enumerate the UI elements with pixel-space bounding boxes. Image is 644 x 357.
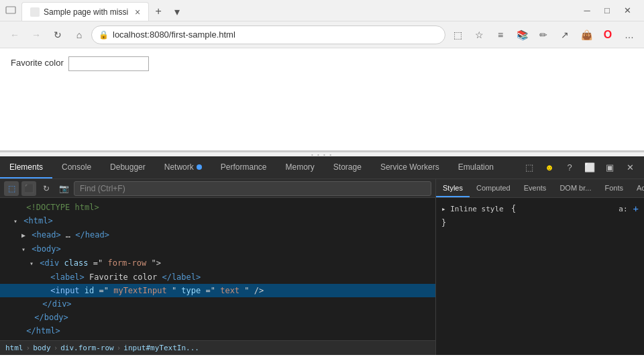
tab-favicon-icon bbox=[30, 7, 40, 17]
dom-line-div[interactable]: ▾ <div class =" form-row "> bbox=[0, 256, 435, 270]
styles-tabs-bar: Styles Computed Events DOM br... Fonts A… bbox=[436, 179, 644, 198]
window-icon bbox=[5, 5, 16, 16]
minimize-button[interactable]: ─ bbox=[578, 2, 596, 19]
devtools-toolbar-right: ⬚ ☻ ? ⬜ ▣ ✕ bbox=[515, 159, 644, 176]
nav-bar: ← → ↻ ⌂ 🔒 localhost:8080/first-sample.ht… bbox=[0, 21, 644, 48]
devtools-panel: Elements Console Debugger Network Perfor… bbox=[0, 156, 644, 355]
svg-rect-0 bbox=[6, 7, 15, 13]
triangle-body[interactable]: ▾ bbox=[21, 246, 25, 253]
pseudo-toggle[interactable]: a: bbox=[619, 205, 627, 213]
library-button[interactable]: 📚 bbox=[513, 26, 531, 44]
help-icon-btn[interactable]: ? bbox=[561, 159, 578, 176]
breadcrumb-bar: html › body › div.form-row › input#myTex… bbox=[0, 340, 435, 355]
inline-style-label: ▸ Inline style { bbox=[441, 204, 516, 213]
breadcrumb-input[interactable]: input#myTextIn... bbox=[123, 344, 199, 352]
styles-tab-computed[interactable]: Computed bbox=[470, 179, 517, 197]
new-tab-button[interactable]: + bbox=[149, 2, 168, 21]
browser-tab-active[interactable]: Sample page with missi × bbox=[21, 2, 149, 21]
devtools-toolbar: Elements Console Debugger Network Perfor… bbox=[0, 156, 644, 179]
dom-line-input[interactable]: <input id =" myTextInput " type =" text … bbox=[0, 284, 435, 297]
styles-tab-accessibility[interactable]: Accessib... bbox=[630, 179, 644, 197]
elements-panel: ⬚ ⬛ ↻ 📷 <!DOCTYPE html> ▾ <html> ▶ <he bbox=[0, 179, 436, 355]
elements-subtoolbar: ⬚ ⬛ ↻ 📷 bbox=[0, 179, 435, 198]
lock-icon: 🔒 bbox=[99, 30, 109, 40]
styles-panel: Styles Computed Events DOM br... Fonts A… bbox=[436, 179, 644, 355]
browser-titlebar: Sample page with missi × + ▾ ─ □ ✕ bbox=[0, 0, 644, 21]
tab-bar: Sample page with missi × + ▾ bbox=[21, 0, 578, 21]
home-button[interactable]: ⌂ bbox=[70, 26, 89, 44]
dom-line-body-close[interactable]: </body> bbox=[0, 311, 435, 324]
styles-tab-dom-breakpoints[interactable]: DOM br... bbox=[553, 179, 598, 197]
dom-line-html-open[interactable]: ▾ <html> bbox=[0, 214, 435, 228]
add-style-rule-btn[interactable]: + bbox=[633, 203, 639, 214]
inspect-icon-btn[interactable]: ⬚ bbox=[521, 159, 538, 176]
share-button[interactable]: ↗ bbox=[555, 26, 574, 44]
tab-close-icon[interactable]: × bbox=[135, 7, 140, 17]
devtools-close-btn[interactable]: ✕ bbox=[621, 159, 639, 176]
address-bar[interactable]: 🔒 localhost:8080/first-sample.html bbox=[91, 26, 445, 44]
dom-line-doctype[interactable]: <!DOCTYPE html> bbox=[0, 201, 435, 214]
dom-line-html-close[interactable]: </html> bbox=[0, 324, 435, 338]
tab-emulation[interactable]: Emulation bbox=[449, 156, 503, 178]
devtools-tabs: Elements Console Debugger Network Perfor… bbox=[0, 156, 515, 178]
dom-line-label[interactable]: <label> Favorite color </label> bbox=[0, 270, 435, 284]
styles-tab-events[interactable]: Events bbox=[517, 179, 553, 197]
tab-list-button[interactable]: ▾ bbox=[168, 2, 186, 21]
maximize-button[interactable]: □ bbox=[598, 2, 616, 19]
inline-style-header: ▸ Inline style { a: + bbox=[441, 203, 639, 214]
window-close-button[interactable]: ✕ bbox=[619, 2, 636, 19]
wallet-button[interactable]: 👜 bbox=[577, 26, 596, 44]
triangle-head[interactable]: ▶ bbox=[21, 232, 25, 239]
bookmark-button[interactable]: ☆ bbox=[470, 26, 488, 44]
opera-menu-button[interactable]: O bbox=[598, 26, 617, 44]
tab-storage[interactable]: Storage bbox=[324, 156, 371, 178]
tab-debugger[interactable]: Debugger bbox=[101, 156, 155, 178]
inline-style-closing-brace: } bbox=[441, 218, 639, 227]
tab-memory[interactable]: Memory bbox=[276, 156, 324, 178]
address-text: localhost:8080/first-sample.html bbox=[113, 30, 438, 40]
breadcrumb-body[interactable]: body bbox=[33, 344, 51, 352]
select-element-btn[interactable]: ⬚ bbox=[4, 181, 19, 196]
reading-button[interactable]: ≡ bbox=[491, 26, 510, 44]
screenshot-btn[interactable]: 📷 bbox=[56, 181, 71, 196]
breadcrumb-html[interactable]: html bbox=[5, 344, 23, 352]
triangle-div[interactable]: ▾ bbox=[30, 260, 34, 267]
more-button[interactable]: … bbox=[620, 26, 639, 44]
select-frame-btn[interactable]: ⬛ bbox=[21, 181, 36, 196]
breadcrumb-div[interactable]: div.form-row bbox=[60, 344, 113, 352]
tab-console[interactable]: Console bbox=[52, 156, 101, 178]
favorite-color-input[interactable] bbox=[68, 56, 149, 71]
page-content: Favorite color bbox=[0, 48, 644, 152]
styles-content: ▸ Inline style { a: + } bbox=[436, 198, 644, 355]
annotate-button[interactable]: ✏ bbox=[534, 26, 553, 44]
back-button[interactable]: ← bbox=[5, 26, 24, 44]
tab-network[interactable]: Network bbox=[155, 156, 211, 178]
dom-line-head[interactable]: ▶ <head> … </head> bbox=[0, 228, 435, 242]
network-recording-dot bbox=[197, 164, 202, 170]
nav-right-icons: ⬚ ☆ ≡ 📚 ✏ ↗ 👜 O … bbox=[448, 26, 639, 44]
tab-label: Sample page with missi bbox=[44, 7, 128, 17]
smiley-icon-btn[interactable]: ☻ bbox=[541, 159, 558, 176]
dom-line-div-close[interactable]: </div> bbox=[0, 297, 435, 311]
reload-button[interactable]: ↻ bbox=[48, 26, 67, 44]
favorite-color-label: Favorite color bbox=[11, 58, 64, 68]
dom-line-body[interactable]: ▾ <body> bbox=[0, 242, 435, 256]
elements-search-input[interactable] bbox=[74, 181, 431, 196]
styles-tab-fonts[interactable]: Fonts bbox=[598, 179, 630, 197]
tab-performance[interactable]: Performance bbox=[211, 156, 276, 178]
forward-button[interactable]: → bbox=[27, 26, 46, 44]
sidebar-button[interactable]: ⬚ bbox=[448, 26, 467, 44]
svg-rect-1 bbox=[30, 7, 40, 17]
dock-bottom-btn[interactable]: ⬜ bbox=[581, 159, 598, 176]
refresh-dom-btn[interactable]: ↻ bbox=[39, 181, 54, 196]
tab-service-workers[interactable]: Service Workers bbox=[371, 156, 449, 178]
triangle-html[interactable]: ▾ bbox=[13, 217, 17, 225]
devtools-main: ⬚ ⬛ ↻ 📷 <!DOCTYPE html> ▾ <html> ▶ <he bbox=[0, 179, 644, 355]
tab-elements[interactable]: Elements bbox=[0, 156, 52, 178]
dock-right-btn[interactable]: ▣ bbox=[601, 159, 619, 176]
titlebar-left bbox=[5, 5, 16, 16]
dom-tree: <!DOCTYPE html> ▾ <html> ▶ <head> … </he… bbox=[0, 198, 435, 340]
styles-tab-styles[interactable]: Styles bbox=[436, 179, 470, 197]
